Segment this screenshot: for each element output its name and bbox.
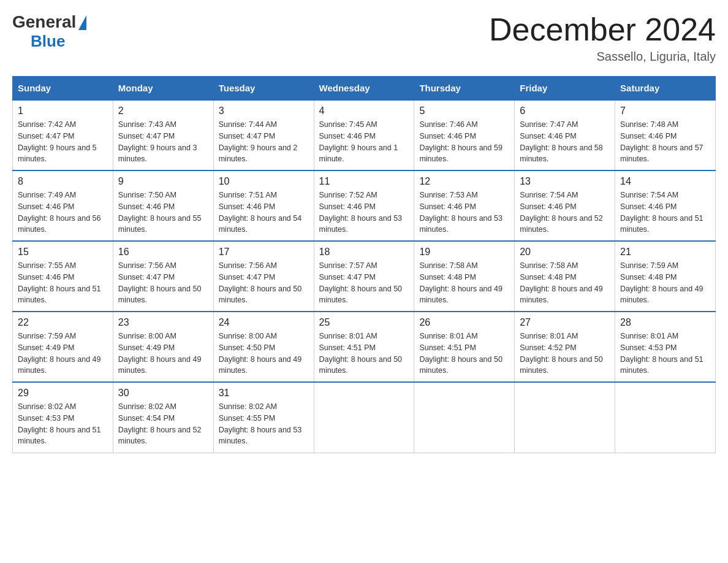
- day-info: Sunrise: 7:53 AMSunset: 4:46 PMDaylight:…: [419, 190, 509, 236]
- day-number: 13: [520, 176, 610, 187]
- calendar-day-cell: 30 Sunrise: 8:02 AMSunset: 4:54 PMDaylig…: [113, 382, 213, 453]
- title-section: December 2024 Sassello, Liguria, Italy: [489, 12, 716, 64]
- day-info: Sunrise: 7:57 AMSunset: 4:47 PMDaylight:…: [319, 260, 409, 306]
- day-number: 27: [520, 317, 610, 328]
- calendar-day-cell: 1 Sunrise: 7:42 AMSunset: 4:47 PMDayligh…: [13, 100, 113, 170]
- day-info: Sunrise: 7:54 AMSunset: 4:46 PMDaylight:…: [620, 190, 710, 236]
- calendar-day-cell: 27 Sunrise: 8:01 AMSunset: 4:52 PMDaylig…: [515, 312, 615, 382]
- day-number: 5: [419, 105, 509, 117]
- calendar-day-cell: [515, 382, 615, 453]
- day-info: Sunrise: 8:01 AMSunset: 4:51 PMDaylight:…: [319, 331, 409, 377]
- day-info: Sunrise: 7:56 AMSunset: 4:47 PMDaylight:…: [118, 260, 208, 306]
- calendar-week-row: 8 Sunrise: 7:49 AMSunset: 4:46 PMDayligh…: [13, 170, 716, 241]
- day-info: Sunrise: 8:01 AMSunset: 4:51 PMDaylight:…: [419, 331, 509, 377]
- page-header: General Blue December 2024 Sassello, Lig…: [12, 12, 716, 64]
- calendar-day-cell: 31 Sunrise: 8:02 AMSunset: 4:55 PMDaylig…: [213, 382, 314, 453]
- day-info: Sunrise: 7:52 AMSunset: 4:46 PMDaylight:…: [319, 190, 409, 236]
- day-of-week-header: Saturday: [615, 77, 716, 101]
- day-info: Sunrise: 7:47 AMSunset: 4:46 PMDaylight:…: [520, 119, 610, 165]
- day-number: 15: [18, 247, 108, 258]
- day-number: 11: [319, 176, 409, 187]
- day-of-week-header: Wednesday: [314, 77, 414, 101]
- day-number: 19: [419, 247, 509, 258]
- day-number: 1: [18, 105, 108, 117]
- calendar-day-cell: 23 Sunrise: 8:00 AMSunset: 4:49 PMDaylig…: [113, 312, 213, 382]
- calendar-day-cell: 19 Sunrise: 7:58 AMSunset: 4:48 PMDaylig…: [414, 241, 515, 312]
- day-info: Sunrise: 7:45 AMSunset: 4:46 PMDaylight:…: [319, 119, 409, 165]
- calendar-header-row: SundayMondayTuesdayWednesdayThursdayFrid…: [13, 77, 716, 101]
- day-info: Sunrise: 7:49 AMSunset: 4:46 PMDaylight:…: [18, 190, 108, 236]
- calendar-table: SundayMondayTuesdayWednesdayThursdayFrid…: [12, 76, 716, 453]
- day-number: 16: [118, 247, 208, 258]
- calendar-day-cell: 8 Sunrise: 7:49 AMSunset: 4:46 PMDayligh…: [13, 170, 113, 241]
- location: Sassello, Liguria, Italy: [489, 50, 716, 64]
- day-number: 26: [419, 317, 509, 328]
- calendar-day-cell: 10 Sunrise: 7:51 AMSunset: 4:46 PMDaylig…: [213, 170, 314, 241]
- day-number: 29: [18, 388, 108, 399]
- day-info: Sunrise: 7:43 AMSunset: 4:47 PMDaylight:…: [118, 119, 208, 165]
- day-number: 6: [520, 105, 610, 117]
- day-number: 14: [620, 176, 710, 187]
- calendar-day-cell: 17 Sunrise: 7:56 AMSunset: 4:47 PMDaylig…: [213, 241, 314, 312]
- logo-wrapper: General: [12, 12, 86, 32]
- day-number: 22: [18, 317, 108, 328]
- calendar-day-cell: [314, 382, 414, 453]
- day-number: 30: [118, 388, 208, 399]
- calendar-day-cell: 26 Sunrise: 8:01 AMSunset: 4:51 PMDaylig…: [414, 312, 515, 382]
- month-title: December 2024: [489, 12, 716, 47]
- day-of-week-header: Sunday: [13, 77, 113, 101]
- day-of-week-header: Tuesday: [213, 77, 314, 101]
- calendar-day-cell: 2 Sunrise: 7:43 AMSunset: 4:47 PMDayligh…: [113, 100, 213, 170]
- calendar-day-cell: 13 Sunrise: 7:54 AMSunset: 4:46 PMDaylig…: [515, 170, 615, 241]
- calendar-day-cell: 29 Sunrise: 8:02 AMSunset: 4:53 PMDaylig…: [13, 382, 113, 453]
- calendar-day-cell: 14 Sunrise: 7:54 AMSunset: 4:46 PMDaylig…: [615, 170, 716, 241]
- day-info: Sunrise: 7:56 AMSunset: 4:47 PMDaylight:…: [219, 260, 309, 306]
- day-info: Sunrise: 7:58 AMSunset: 4:48 PMDaylight:…: [520, 260, 610, 306]
- day-number: 2: [118, 105, 208, 117]
- day-number: 18: [319, 247, 409, 258]
- day-info: Sunrise: 7:59 AMSunset: 4:48 PMDaylight:…: [620, 260, 710, 306]
- day-info: Sunrise: 8:02 AMSunset: 4:54 PMDaylight:…: [118, 401, 208, 447]
- day-number: 28: [620, 317, 710, 328]
- calendar-day-cell: 11 Sunrise: 7:52 AMSunset: 4:46 PMDaylig…: [314, 170, 414, 241]
- day-number: 10: [219, 176, 309, 187]
- logo: General Blue: [12, 12, 86, 51]
- day-number: 17: [219, 247, 309, 258]
- day-number: 7: [620, 105, 710, 117]
- day-info: Sunrise: 8:01 AMSunset: 4:52 PMDaylight:…: [520, 331, 610, 377]
- calendar-week-row: 1 Sunrise: 7:42 AMSunset: 4:47 PMDayligh…: [13, 100, 716, 170]
- day-info: Sunrise: 7:50 AMSunset: 4:46 PMDaylight:…: [118, 190, 208, 236]
- calendar-day-cell: 18 Sunrise: 7:57 AMSunset: 4:47 PMDaylig…: [314, 241, 414, 312]
- day-number: 31: [219, 388, 309, 399]
- calendar-day-cell: 5 Sunrise: 7:46 AMSunset: 4:46 PMDayligh…: [414, 100, 515, 170]
- calendar-day-cell: 9 Sunrise: 7:50 AMSunset: 4:46 PMDayligh…: [113, 170, 213, 241]
- day-info: Sunrise: 8:01 AMSunset: 4:53 PMDaylight:…: [620, 331, 710, 377]
- calendar-day-cell: 4 Sunrise: 7:45 AMSunset: 4:46 PMDayligh…: [314, 100, 414, 170]
- day-number: 3: [219, 105, 309, 117]
- logo-blue-row: Blue: [31, 32, 65, 51]
- calendar-day-cell: 21 Sunrise: 7:59 AMSunset: 4:48 PMDaylig…: [615, 241, 716, 312]
- day-info: Sunrise: 7:58 AMSunset: 4:48 PMDaylight:…: [419, 260, 509, 306]
- calendar-day-cell: 25 Sunrise: 8:01 AMSunset: 4:51 PMDaylig…: [314, 312, 414, 382]
- calendar-day-cell: 7 Sunrise: 7:48 AMSunset: 4:46 PMDayligh…: [615, 100, 716, 170]
- day-info: Sunrise: 7:42 AMSunset: 4:47 PMDaylight:…: [18, 119, 108, 165]
- calendar-day-cell: 20 Sunrise: 7:58 AMSunset: 4:48 PMDaylig…: [515, 241, 615, 312]
- day-number: 4: [319, 105, 409, 117]
- day-info: Sunrise: 8:00 AMSunset: 4:50 PMDaylight:…: [219, 331, 309, 377]
- calendar-week-row: 15 Sunrise: 7:55 AMSunset: 4:46 PMDaylig…: [13, 241, 716, 312]
- day-info: Sunrise: 7:51 AMSunset: 4:46 PMDaylight:…: [219, 190, 309, 236]
- day-info: Sunrise: 7:48 AMSunset: 4:46 PMDaylight:…: [620, 119, 710, 165]
- calendar-day-cell: 3 Sunrise: 7:44 AMSunset: 4:47 PMDayligh…: [213, 100, 314, 170]
- calendar-day-cell: 28 Sunrise: 8:01 AMSunset: 4:53 PMDaylig…: [615, 312, 716, 382]
- day-number: 23: [118, 317, 208, 328]
- calendar-day-cell: 22 Sunrise: 7:59 AMSunset: 4:49 PMDaylig…: [13, 312, 113, 382]
- day-of-week-header: Thursday: [414, 77, 515, 101]
- day-info: Sunrise: 8:02 AMSunset: 4:55 PMDaylight:…: [219, 401, 309, 447]
- day-of-week-header: Friday: [515, 77, 615, 101]
- calendar-day-cell: 16 Sunrise: 7:56 AMSunset: 4:47 PMDaylig…: [113, 241, 213, 312]
- logo-triangle-icon: [78, 15, 86, 30]
- day-number: 9: [118, 176, 208, 187]
- calendar-day-cell: 12 Sunrise: 7:53 AMSunset: 4:46 PMDaylig…: [414, 170, 515, 241]
- day-number: 8: [18, 176, 108, 187]
- logo-general-text: General: [12, 12, 76, 32]
